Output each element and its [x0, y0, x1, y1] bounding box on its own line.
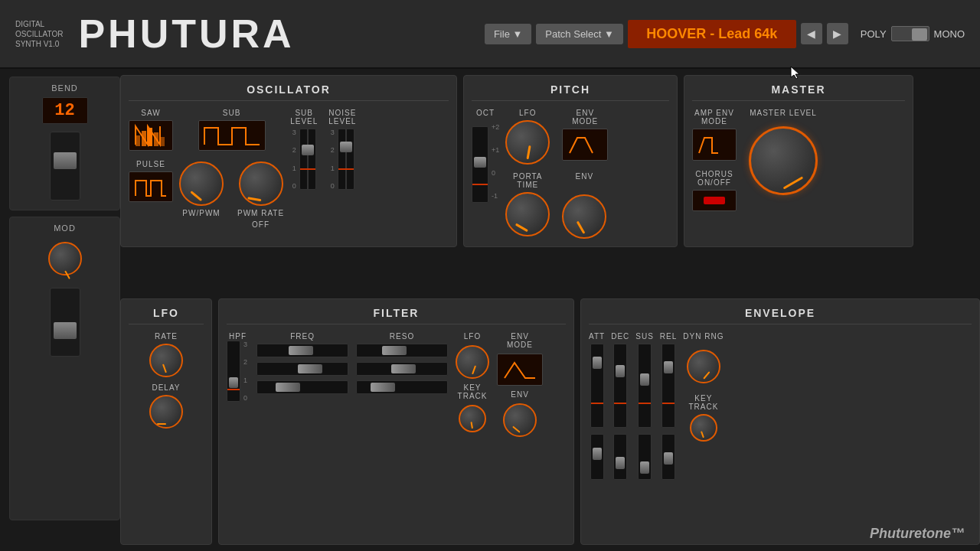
att-label: ATT: [589, 332, 605, 341]
oct-section: OCT +2+10-1: [472, 109, 499, 203]
reso-thumb-3: [371, 383, 395, 392]
pitch-env-mode-display[interactable]: [562, 129, 608, 161]
bend-label: BEND: [51, 83, 78, 93]
master-level-knob[interactable]: [749, 126, 818, 195]
pw-pwm-knob[interactable]: [179, 161, 224, 206]
oct-slider-area: +2+10-1: [472, 123, 499, 203]
sub-waveform[interactable]: [198, 120, 266, 151]
rel-fader[interactable]: [662, 344, 675, 428]
filter-env-mode-display[interactable]: [497, 354, 543, 386]
chorus-button[interactable]: [692, 190, 737, 211]
filter-panel: FILTER HPF 3210 FREQ: [218, 298, 574, 545]
sub-label: SUB: [223, 109, 241, 117]
master-right-col: MASTER LEVEL: [749, 109, 818, 195]
hpf-thumb: [229, 377, 238, 388]
brand-footer: Phuturetone™: [870, 526, 965, 542]
noise-level-fader[interactable]: [338, 129, 354, 190]
porta-time-col: PORTA TIME: [505, 172, 550, 239]
noise-level-redline: [338, 168, 354, 170]
reso-fader-3[interactable]: [356, 380, 448, 394]
mod-knob[interactable]: [48, 242, 82, 276]
dec-fader-2[interactable]: [613, 434, 627, 480]
amp-env-mode-col: AMP ENV MODE: [692, 109, 737, 161]
patch-select-button[interactable]: Patch Select ▼: [536, 24, 622, 44]
mod-slider[interactable]: [50, 288, 80, 357]
pitch-env-knob[interactable]: [562, 194, 606, 239]
master-left-col: AMP ENV MODE CHORUS ON/OFF: [692, 109, 737, 211]
chorus-col: CHORUS ON/OFF: [692, 170, 737, 211]
noise-level-marks: 3210: [331, 129, 335, 190]
top-panels-row: OSCILLATOR SAW PULSE: [120, 75, 980, 247]
svg-rect-2: [148, 128, 152, 146]
freq-fader-1[interactable]: [256, 344, 348, 357]
pitch-env-mode-col: ENV MODE: [562, 109, 608, 165]
sus-thumb: [640, 373, 649, 386]
poly-mono-switch[interactable]: [891, 26, 929, 41]
sub-level-fader[interactable]: [299, 129, 316, 190]
dyn-rng-knob[interactable]: [687, 350, 720, 383]
freq-fader-2[interactable]: [256, 362, 348, 376]
reso-fader-1[interactable]: [356, 344, 448, 357]
brand-name: Phuturetone™: [870, 526, 965, 541]
mod-section: MOD: [9, 217, 120, 520]
pulse-waveform[interactable]: [129, 171, 173, 202]
pitch-lfo-col: LFO: [505, 109, 550, 165]
freq-fader-3[interactable]: [256, 380, 348, 394]
pwm-rate-knob[interactable]: [239, 161, 283, 206]
noise-level-fader-area: 3210: [331, 129, 354, 190]
reso-fader-2[interactable]: [356, 362, 448, 376]
dec-fader[interactable]: [613, 344, 627, 428]
att-thumb: [593, 357, 602, 369]
oct-marks: +2+10-1: [492, 123, 499, 200]
porta-time-knob[interactable]: [505, 192, 550, 236]
saw-waveform[interactable]: [129, 120, 173, 151]
patch-prev-button[interactable]: ◀: [801, 23, 822, 44]
sus-fader[interactable]: [638, 344, 652, 428]
oct-slider[interactable]: [472, 126, 488, 203]
svg-rect-0: [136, 135, 140, 146]
filter-lfo-knob[interactable]: [456, 345, 489, 379]
hpf-fader[interactable]: [227, 341, 240, 402]
filter-lfo-label: LFO: [464, 332, 481, 341]
filter-key-track-knob[interactable]: [459, 405, 486, 432]
sus-thumb-2: [640, 461, 649, 474]
dyn-rng-label: DYN RNG: [683, 332, 724, 341]
pitch-lfo-knob[interactable]: [505, 120, 550, 165]
oscillator-title: OSCILLATOR: [129, 83, 449, 101]
rel-fader-2[interactable]: [662, 434, 675, 480]
reso-fader-container: [356, 344, 448, 394]
dec-thumb: [616, 365, 625, 377]
pitch-env-col: ENV: [562, 172, 606, 239]
sub-level-fader-area: 3210: [292, 129, 316, 190]
amp-env-mode-label: AMP ENV MODE: [694, 109, 734, 126]
sub-level-group: SUB LEVEL 3210: [290, 109, 318, 190]
product-title: PHUTURA: [78, 11, 453, 57]
lfo-rate-col: RATE: [149, 332, 183, 377]
pwm-rate-label: PWM RATE: [237, 209, 284, 217]
sus-redline: [639, 403, 651, 404]
filter-env-knob[interactable]: [503, 403, 537, 437]
hpf-label: HPF: [229, 332, 247, 341]
poly-label: POLY: [861, 28, 887, 40]
env-key-track-label: KEY TRACK: [688, 394, 718, 411]
dec-col: DEC: [611, 332, 629, 480]
filter-inner: HPF 3210 FREQ: [227, 332, 566, 437]
lfo-rate-knob[interactable]: [149, 344, 183, 377]
att-fader[interactable]: [590, 344, 604, 428]
oct-thumb: [474, 157, 486, 168]
env-key-track-knob[interactable]: [690, 414, 717, 442]
pw-pwm-label: PW/PWM: [182, 209, 220, 217]
file-menu-button[interactable]: File ▼: [485, 24, 531, 44]
pulse-label: PULSE: [136, 160, 165, 168]
noise-level-group: NOISE LEVEL 3210: [328, 109, 356, 190]
sub-level-marks: 3210: [292, 129, 296, 190]
sus-fader-2[interactable]: [638, 434, 652, 480]
att-fader-2[interactable]: [590, 434, 604, 480]
bend-slider[interactable]: [50, 132, 80, 201]
sub-level-track: [307, 129, 309, 189]
master-title: MASTER: [692, 83, 905, 101]
amp-env-display[interactable]: [692, 129, 737, 161]
lfo-delay-knob[interactable]: [149, 395, 183, 429]
patch-next-button[interactable]: ▶: [827, 23, 848, 44]
dyn-rng-col: DYN RNG KEY TRACK: [683, 332, 724, 442]
